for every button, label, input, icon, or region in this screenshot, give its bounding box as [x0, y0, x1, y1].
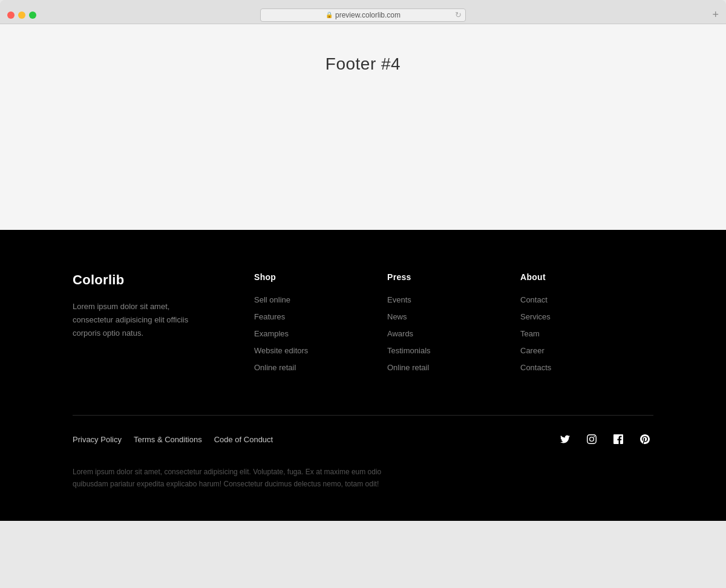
shop-link-website-editors[interactable]: Website editors — [254, 346, 308, 355]
lock-icon: 🔒 — [325, 11, 333, 18]
page-content-area: Footer #4 — [0, 24, 726, 230]
footer-col-about: About Contact Services Team Career Conta… — [520, 272, 653, 379]
about-col-title: About — [520, 272, 653, 282]
shop-col-title: Shop — [254, 272, 387, 282]
press-link-online-retail[interactable]: Online retail — [387, 363, 429, 372]
list-item: Events — [387, 294, 520, 305]
footer-col-press: Press Events News Awards Testimonials On… — [387, 272, 520, 379]
about-link-career[interactable]: Career — [520, 346, 544, 355]
press-link-events[interactable]: Events — [387, 295, 411, 304]
press-links-list: Events News Awards Testimonials Online r… — [387, 294, 520, 373]
about-links-list: Contact Services Team Career Contacts — [520, 294, 653, 373]
shop-links-list: Sell online Features Examples Website ed… — [254, 294, 387, 373]
list-item: Online retail — [254, 362, 387, 373]
browser-chrome: 🔒 preview.colorlib.com ↻ + — [0, 0, 726, 24]
browser-window: Footer #4 Colorlib Lorem ipsum dolor sit… — [0, 24, 726, 521]
address-bar[interactable]: 🔒 preview.colorlib.com ↻ — [260, 8, 466, 22]
list-item: Sell online — [254, 294, 387, 305]
list-item: Contact — [520, 294, 653, 305]
footer-copyright: Lorem ipsum dolor sit amet, consectetur … — [73, 466, 387, 491]
footer-col-shop: Shop Sell online Features Examples Websi… — [254, 272, 387, 379]
footer-brand: Colorlib Lorem ipsum dolor sit amet, con… — [73, 272, 242, 379]
list-item: Awards — [387, 328, 520, 339]
footer-legal-links: Privacy Policy Terms & Conditions Code o… — [73, 435, 273, 444]
list-item: Team — [520, 328, 653, 339]
list-item: Examples — [254, 328, 387, 339]
list-item: Contacts — [520, 362, 653, 373]
social-icons — [557, 431, 653, 448]
press-link-awards[interactable]: Awards — [387, 329, 413, 338]
shop-link-features[interactable]: Features — [254, 312, 285, 321]
about-link-services[interactable]: Services — [520, 312, 551, 321]
new-tab-button[interactable]: + — [712, 8, 719, 21]
list-item: Online retail — [387, 362, 520, 373]
traffic-lights — [7, 11, 36, 19]
instagram-icon[interactable] — [583, 431, 600, 448]
refresh-icon[interactable]: ↻ — [455, 10, 462, 19]
close-button[interactable] — [7, 11, 15, 19]
list-item: Website editors — [254, 345, 387, 356]
url-text: preview.colorlib.com — [335, 11, 401, 19]
code-of-conduct-link[interactable]: Code of Conduct — [214, 435, 273, 444]
page-title: Footer #4 — [325, 54, 401, 74]
footer: Colorlib Lorem ipsum dolor sit amet, con… — [0, 230, 726, 521]
list-item: Career — [520, 345, 653, 356]
shop-link-examples[interactable]: Examples — [254, 329, 289, 338]
footer-main: Colorlib Lorem ipsum dolor sit amet, con… — [73, 272, 653, 379]
list-item: News — [387, 311, 520, 322]
facebook-icon[interactable] — [610, 431, 627, 448]
about-link-contacts[interactable]: Contacts — [520, 363, 551, 372]
brand-name: Colorlib — [73, 272, 242, 288]
maximize-button[interactable] — [29, 11, 36, 19]
about-link-team[interactable]: Team — [520, 329, 540, 338]
terms-conditions-link[interactable]: Terms & Conditions — [134, 435, 202, 444]
minimize-button[interactable] — [18, 11, 25, 19]
press-col-title: Press — [387, 272, 520, 282]
shop-link-online-retail[interactable]: Online retail — [254, 363, 296, 372]
list-item: Testimonials — [387, 345, 520, 356]
list-item: Services — [520, 311, 653, 322]
privacy-policy-link[interactable]: Privacy Policy — [73, 435, 122, 444]
press-link-testimonials[interactable]: Testimonials — [387, 346, 431, 355]
about-link-contact[interactable]: Contact — [520, 295, 548, 304]
footer-divider — [73, 415, 653, 416]
list-item: Features — [254, 311, 387, 322]
press-link-news[interactable]: News — [387, 312, 407, 321]
brand-description: Lorem ipsum dolor sit amet, consectetur … — [73, 300, 194, 340]
footer-bottom: Privacy Policy Terms & Conditions Code o… — [73, 431, 653, 448]
twitter-icon[interactable] — [557, 431, 574, 448]
pinterest-icon[interactable] — [636, 431, 653, 448]
shop-link-sell-online[interactable]: Sell online — [254, 295, 290, 304]
